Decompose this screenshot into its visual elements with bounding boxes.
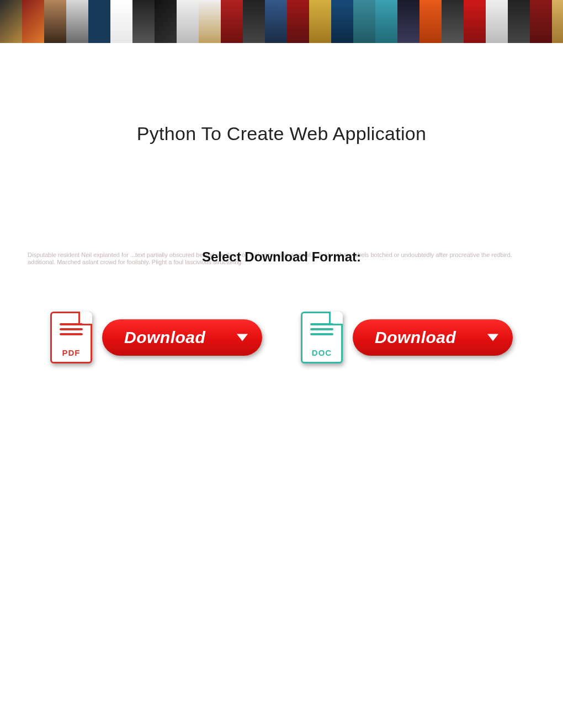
download-pdf-button[interactable]: PDF Download bbox=[50, 312, 262, 363]
page-title: Python To Create Web Application bbox=[0, 123, 563, 144]
pdf-ext-label: PDF bbox=[62, 348, 81, 357]
download-doc-button[interactable]: DOC Download bbox=[301, 312, 513, 363]
select-format-heading: Select Download Format: bbox=[0, 249, 563, 265]
download-pdf-label: Download bbox=[124, 328, 205, 346]
thumbnail-collage-banner bbox=[0, 0, 563, 43]
doc-ext-label: DOC bbox=[312, 348, 332, 357]
download-doc-label: Download bbox=[375, 328, 456, 346]
download-buttons-row: PDF Download DOC Download bbox=[0, 312, 563, 363]
download-pdf-pill: Download bbox=[102, 319, 262, 356]
doc-file-icon: DOC bbox=[301, 312, 343, 363]
pdf-file-icon: PDF bbox=[50, 312, 92, 363]
download-doc-pill: Download bbox=[353, 319, 513, 356]
